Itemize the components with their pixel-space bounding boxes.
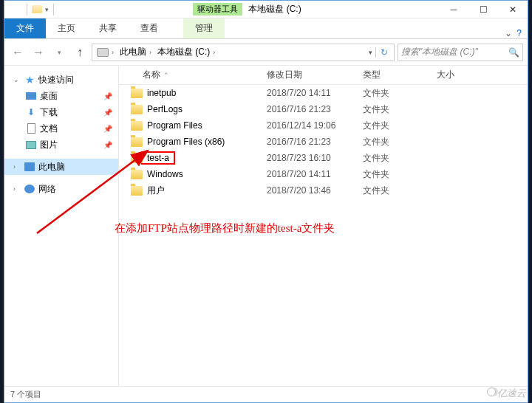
file-date: 2016/7/16 21:23 <box>267 137 363 147</box>
folder-icon <box>131 105 143 114</box>
up-button[interactable]: ↑ <box>71 44 89 61</box>
maximize-button[interactable]: ☐ <box>468 1 498 18</box>
file-date: 2018/7/20 13:46 <box>267 185 363 196</box>
col-type[interactable]: 类型 <box>363 69 437 81</box>
crumb-thispc[interactable]: 此电脑› <box>117 46 154 58</box>
table-row[interactable]: Windows2018/7/20 14:11文件夹 <box>119 166 528 182</box>
qat-open-icon[interactable] <box>32 5 42 13</box>
table-row[interactable]: test-a2018/7/23 16:10文件夹 <box>119 150 528 166</box>
back-button[interactable]: ← <box>9 44 27 61</box>
file-name: PerfLogs <box>147 104 183 114</box>
search-icon: 🔍 <box>508 47 519 58</box>
tab-share[interactable]: 共享 <box>87 18 129 38</box>
desktop-icon <box>26 92 36 100</box>
file-type: 文件夹 <box>363 136 437 148</box>
col-size[interactable]: 大小 <box>437 69 496 81</box>
folder-icon <box>131 121 143 131</box>
watermark: 亿速云 <box>487 387 526 400</box>
picture-icon <box>26 141 36 149</box>
file-date: 2018/7/23 16:10 <box>267 153 363 163</box>
folder-icon <box>131 89 143 98</box>
file-name: inetpub <box>147 88 176 98</box>
file-name: 用户 <box>147 185 165 197</box>
item-count: 7 个项目 <box>10 389 41 400</box>
refresh-icon[interactable]: ↻ <box>375 47 392 58</box>
nav-pictures[interactable]: 图片📌 <box>4 137 118 153</box>
pc-icon <box>24 162 35 171</box>
nav-desktop[interactable]: 桌面📌 <box>4 88 118 104</box>
file-date: 2018/7/20 14:11 <box>267 88 363 98</box>
ribbon-expand-icon[interactable]: ⌄ <box>505 28 512 38</box>
folder-icon <box>131 137 143 147</box>
folder-icon <box>131 154 143 163</box>
status-bar: 7 个项目 <box>4 386 528 402</box>
history-dropdown-icon[interactable]: ▾ <box>50 44 68 61</box>
tab-home[interactable]: 主页 <box>46 18 87 38</box>
folder-icon <box>131 170 143 179</box>
ribbon-tabs: 文件 主页 共享 查看 管理 ⌄ ? <box>4 18 528 39</box>
table-row[interactable]: 用户2018/7/20 13:46文件夹 <box>119 182 528 199</box>
file-type: 文件夹 <box>363 185 437 197</box>
file-name: test-a <box>141 151 175 165</box>
minimize-button[interactable]: ─ <box>439 1 468 18</box>
file-type: 文件夹 <box>363 152 437 165</box>
col-name[interactable]: 名称⌃ <box>119 69 267 81</box>
explorer-window: ▾ 驱动器工具 本地磁盘 (C:) ─ ☐ ✕ 文件 主页 共享 查看 管理 ⌄… <box>4 0 528 403</box>
file-type: 文件夹 <box>363 168 437 181</box>
table-row[interactable]: Program Files (x86)2016/7/16 21:23文件夹 <box>119 134 528 150</box>
file-date: 2018/7/20 14:11 <box>267 169 363 179</box>
file-name: Windows <box>147 169 183 179</box>
app-icon <box>9 3 22 16</box>
pin-icon: 📌 <box>103 92 112 100</box>
nav-documents[interactable]: 文档📌 <box>4 120 118 137</box>
file-type: 文件夹 <box>363 120 437 132</box>
close-button[interactable]: ✕ <box>498 1 528 18</box>
table-row[interactable]: inetpub2018/7/20 14:11文件夹 <box>119 85 528 101</box>
pin-icon: 📌 <box>103 141 112 149</box>
forward-button: → <box>30 44 47 61</box>
drive-icon <box>97 48 109 57</box>
nav-quick-access[interactable]: ⌄★快速访问 <box>4 72 118 88</box>
network-icon <box>24 185 35 193</box>
help-icon[interactable]: ? <box>516 28 522 38</box>
file-name: Program Files (x86) <box>147 137 225 147</box>
pin-icon: 📌 <box>103 125 112 133</box>
download-icon: ⬇ <box>25 106 37 118</box>
annotation-text: 在添加FTP站点物理路径时新建的test-a文件夹 <box>115 221 335 235</box>
nav-network[interactable]: ›网络 <box>4 181 118 197</box>
titlebar: ▾ 驱动器工具 本地磁盘 (C:) ─ ☐ ✕ <box>4 1 528 18</box>
nav-pane: ⌄★快速访问 桌面📌 ⬇下载📌 文档📌 图片📌 ›此电脑 ›网络 <box>4 66 119 386</box>
crumb-drive[interactable]: 本地磁盘 (C:)› <box>154 46 218 58</box>
tab-manage[interactable]: 管理 <box>183 18 225 38</box>
table-row[interactable]: PerfLogs2016/7/16 21:23文件夹 <box>119 101 528 117</box>
window-title: 本地磁盘 (C:) <box>248 3 301 16</box>
address-bar[interactable]: › 此电脑› 本地磁盘 (C:)› ▾ ↻ <box>92 44 395 61</box>
file-list: inetpub2018/7/20 14:11文件夹PerfLogs2016/7/… <box>119 85 528 386</box>
col-modified[interactable]: 修改日期 <box>267 69 363 81</box>
pin-icon: 📌 <box>103 108 112 117</box>
column-headers: 名称⌃ 修改日期 类型 大小 <box>119 66 528 85</box>
qat-dropdown-icon[interactable]: ▾ <box>45 6 49 13</box>
folder-icon <box>131 186 143 196</box>
nav-downloads[interactable]: ⬇下载📌 <box>4 104 118 120</box>
table-row[interactable]: Program Files2016/12/14 19:06文件夹 <box>119 117 528 134</box>
nav-thispc[interactable]: ›此电脑 <box>4 159 118 175</box>
file-type: 文件夹 <box>363 103 437 116</box>
tab-file[interactable]: 文件 <box>4 18 46 38</box>
search-input[interactable]: 搜索"本地磁盘 (C:)" 🔍 <box>398 44 523 61</box>
context-tab-label: 驱动器工具 <box>193 3 242 16</box>
tab-view[interactable]: 查看 <box>129 18 170 38</box>
addr-dropdown-icon[interactable]: ▾ <box>366 49 375 56</box>
file-date: 2016/7/16 21:23 <box>267 104 363 114</box>
document-icon <box>27 123 35 134</box>
navigation-row: ← → ▾ ↑ › 此电脑› 本地磁盘 (C:)› ▾ ↻ 搜索"本地磁盘 (C… <box>4 39 528 66</box>
file-type: 文件夹 <box>363 87 437 100</box>
quick-access-toolbar: ▾ <box>25 4 55 16</box>
file-date: 2016/12/14 19:06 <box>267 120 363 131</box>
star-icon: ★ <box>24 74 35 86</box>
file-name: Program Files <box>147 120 202 131</box>
